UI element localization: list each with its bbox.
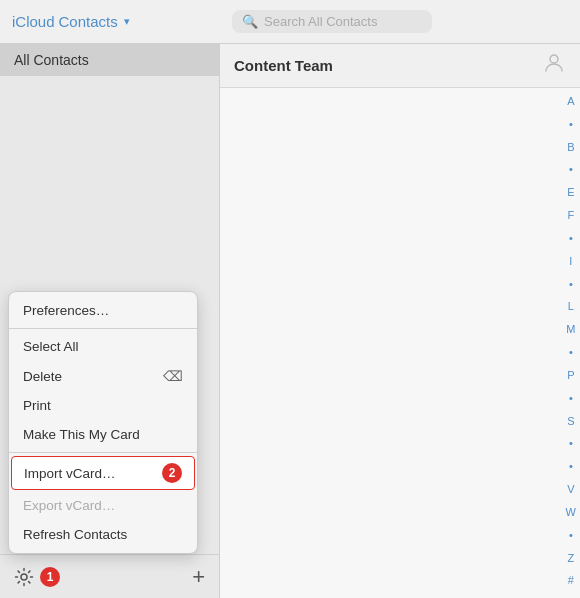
alpha-dot-9: • xyxy=(569,528,573,542)
alpha-L[interactable]: L xyxy=(568,299,574,313)
svg-point-0 xyxy=(21,574,27,580)
top-bar: iCloud Contacts ▾ 🔍 Search All Contacts xyxy=(0,0,580,44)
content-body xyxy=(220,88,580,598)
alpha-dot-3: • xyxy=(569,231,573,245)
menu-item-print[interactable]: Print xyxy=(9,391,197,420)
context-menu: Preferences… Select All Delete ⌫ Print M… xyxy=(8,291,198,554)
menu-divider-1 xyxy=(9,328,197,329)
delete-shortcut-icon: ⌫ xyxy=(163,368,183,384)
alpha-S[interactable]: S xyxy=(567,414,574,428)
content-area: Content Team A • B • E F • I • L M • P xyxy=(220,44,580,598)
menu-item-export-vcard: Export vCard… xyxy=(9,491,197,520)
sidebar-footer: 1 + xyxy=(0,554,219,598)
search-box[interactable]: 🔍 Search All Contacts xyxy=(232,10,432,33)
alpha-hash[interactable]: # xyxy=(568,573,574,587)
step-badge-1: 1 xyxy=(40,567,60,587)
alpha-index: A • B • E F • I • L M • P • S • • V W • … xyxy=(566,94,576,588)
gear-button[interactable]: 1 xyxy=(14,567,60,587)
alpha-dot-8: • xyxy=(569,459,573,473)
alpha-dot-6: • xyxy=(569,391,573,405)
alpha-I[interactable]: I xyxy=(569,254,572,268)
alpha-dot-7: • xyxy=(569,436,573,450)
svg-point-1 xyxy=(550,55,558,63)
alpha-B[interactable]: B xyxy=(567,140,574,154)
icloud-label[interactable]: iCloud xyxy=(12,13,55,30)
alpha-Z[interactable]: Z xyxy=(567,551,574,565)
step-badge-2: 2 xyxy=(162,463,182,483)
menu-item-make-my-card[interactable]: Make This My Card xyxy=(9,420,197,449)
person-icon xyxy=(542,51,566,81)
content-header: Content Team xyxy=(220,44,580,88)
alpha-dot-1: • xyxy=(569,117,573,131)
alpha-F[interactable]: F xyxy=(567,208,574,222)
menu-item-select-all[interactable]: Select All xyxy=(9,332,197,361)
contacts-label[interactable]: Contacts xyxy=(59,13,118,30)
top-bar-left: iCloud Contacts ▾ xyxy=(12,13,232,30)
gear-icon xyxy=(14,567,34,587)
menu-divider-2 xyxy=(9,452,197,453)
alpha-V[interactable]: V xyxy=(567,482,574,496)
alpha-dot-5: • xyxy=(569,345,573,359)
alpha-M[interactable]: M xyxy=(566,322,575,336)
menu-item-import-vcard[interactable]: Import vCard… 2 xyxy=(11,456,195,490)
sidebar: All Contacts Preferences… Select All Del… xyxy=(0,44,220,598)
chevron-down-icon[interactable]: ▾ xyxy=(124,15,130,28)
content-title: Content Team xyxy=(234,57,333,74)
menu-item-refresh-contacts[interactable]: Refresh Contacts xyxy=(9,520,197,549)
sidebar-item-all-contacts[interactable]: All Contacts xyxy=(0,44,219,76)
alpha-dot-2: • xyxy=(569,162,573,176)
search-icon: 🔍 xyxy=(242,14,258,29)
alpha-P[interactable]: P xyxy=(567,368,574,382)
alpha-dot-4: • xyxy=(569,277,573,291)
menu-item-preferences[interactable]: Preferences… xyxy=(9,296,197,325)
search-area: 🔍 Search All Contacts xyxy=(232,10,568,33)
search-placeholder: Search All Contacts xyxy=(264,14,377,29)
alpha-A[interactable]: A xyxy=(567,94,574,108)
add-contact-button[interactable]: + xyxy=(192,566,205,588)
menu-item-delete[interactable]: Delete ⌫ xyxy=(9,361,197,391)
main-area: All Contacts Preferences… Select All Del… xyxy=(0,44,580,598)
alpha-E[interactable]: E xyxy=(567,185,574,199)
alpha-W[interactable]: W xyxy=(566,505,576,519)
